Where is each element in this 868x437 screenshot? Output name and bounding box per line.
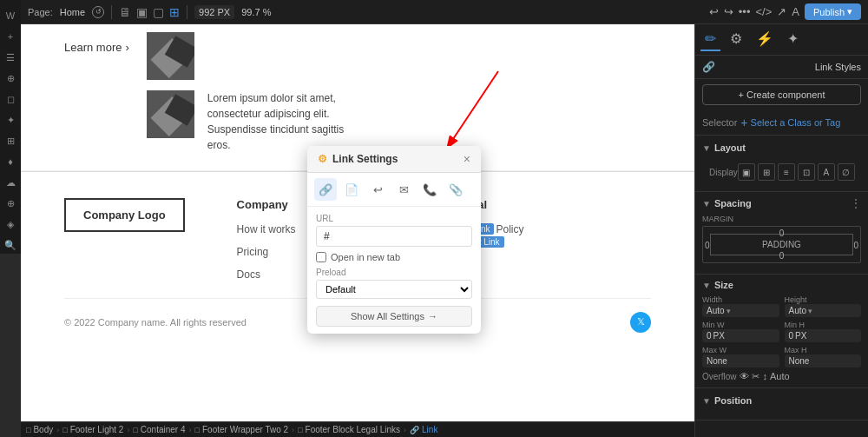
spacing-header: ▼ Spacing ⋮ xyxy=(702,197,861,209)
text-icon[interactable]: A xyxy=(792,5,799,18)
modal-tab-page[interactable]: 📄 xyxy=(340,178,363,201)
undo-icon[interactable]: ↩ xyxy=(709,5,719,18)
modal-tabs: 🔗 📄 ↩ ✉ 📞 📎 xyxy=(307,173,481,207)
link-settings-dialog: ⚙ Link Settings × 🔗 📄 ↩ ✉ 📞 📎 URL xyxy=(307,146,481,254)
spacing-title-row: ▼ Spacing xyxy=(702,198,752,209)
desktop-icon[interactable]: 🖥 xyxy=(119,5,131,19)
padding-inner-label: PADDING xyxy=(762,240,801,249)
sidebar-icon-7[interactable]: ♦ xyxy=(2,153,19,170)
toolbar-view-icons: 🖥 ▣ ▢ ⊞ xyxy=(119,5,180,19)
new-tab-label: Open in new tab xyxy=(331,252,400,254)
page-home[interactable]: Home xyxy=(60,7,85,17)
link-panel-icon: 🔗 xyxy=(702,61,715,73)
learn-more-link[interactable]: Learn more › xyxy=(64,41,129,54)
modal-title-text: Link Settings xyxy=(332,153,398,165)
panel-tab-styles[interactable]: ✏ xyxy=(700,28,720,51)
selector-label: Selector xyxy=(702,117,737,128)
sidebar-icon-9[interactable]: ⊕ xyxy=(2,195,19,212)
link-settings-modal: ⚙ Link Settings × 🔗 📄 ↩ ✉ 📞 📎 URL xyxy=(307,146,481,254)
settings-gear-icon: ⚙ xyxy=(318,153,327,165)
more-icon[interactable]: ••• xyxy=(739,5,751,18)
company-logo: Company Logo xyxy=(64,198,185,232)
selector-row: Selector + Select a Class or Tag xyxy=(695,110,868,136)
sidebar-icon-8[interactable]: ☁ xyxy=(2,174,19,191)
right-panel-tabs: ✏ ⚙ ⚡ ✦ xyxy=(695,24,868,56)
code-icon[interactable]: </> xyxy=(755,5,772,18)
footer-link-pricing[interactable]: Pricing xyxy=(237,246,296,255)
spacing-section: ▼ Spacing ⋮ MARGIN 0 0 0 0 PADDING xyxy=(695,192,868,254)
left-sidebar: W + ☰ ⊕ ◻ ✦ ⊞ ♦ ☁ ⊕ ◈ 🔍 xyxy=(0,0,21,254)
tablet-icon[interactable]: ▣ xyxy=(136,5,148,19)
right-panel: ✏ ⚙ ⚡ ✦ 🔗 Link Styles + Create component… xyxy=(694,24,868,254)
sidebar-icon-6[interactable]: ⊞ xyxy=(2,132,19,149)
panel-tab-settings[interactable]: ⚙ xyxy=(726,28,746,51)
layout-section-header[interactable]: ▼ Layout xyxy=(702,142,861,153)
toolbar-divider-2 xyxy=(187,5,187,19)
margin-top-val: 0 xyxy=(779,228,785,238)
display-grid-icon[interactable]: ⊞ xyxy=(758,163,775,181)
layout-chevron-icon: ▼ xyxy=(702,143,711,153)
display-label: Display xyxy=(709,168,738,177)
modal-tab-phone[interactable]: 📞 xyxy=(418,178,441,201)
sidebar-icon-10[interactable]: ◈ xyxy=(2,215,19,233)
new-tab-checkbox[interactable] xyxy=(316,252,326,254)
image-thumb-2 xyxy=(147,90,194,138)
url-input[interactable] xyxy=(316,226,472,247)
image-thumb-1 xyxy=(147,32,194,80)
sidebar-icon-5[interactable]: ✦ xyxy=(2,111,19,129)
refresh-button[interactable]: ↺ xyxy=(92,6,104,18)
spacing-title: Spacing xyxy=(714,198,752,209)
top-toolbar: Page: Home ↺ 🖥 ▣ ▢ ⊞ 992 PX 99.7 % ↩ ↪ •… xyxy=(21,0,868,24)
sidebar-icon-w[interactable]: W xyxy=(2,7,19,24)
toolbar-divider-1 xyxy=(111,5,112,19)
footer-link-how[interactable]: How it works xyxy=(237,223,296,235)
create-component-button[interactable]: + Create component xyxy=(702,84,861,105)
sidebar-icon-3[interactable]: ⊕ xyxy=(2,70,19,87)
share-icon[interactable]: ↗ xyxy=(777,5,786,18)
spacing-more-icon[interactable]: ⋮ xyxy=(851,197,861,209)
preview-icon[interactable]: ⊞ xyxy=(169,5,180,19)
url-field: URL xyxy=(316,214,472,247)
selector-plus-icon: + xyxy=(740,116,747,129)
display-none-icon[interactable]: ∅ xyxy=(838,163,855,181)
modal-close-button[interactable]: × xyxy=(464,153,470,165)
sidebar-icon-4[interactable]: ◻ xyxy=(2,90,19,108)
mobile-icon[interactable]: ▢ xyxy=(153,5,164,19)
page-label: Page: xyxy=(28,7,53,17)
layout-label: Layout xyxy=(714,142,746,153)
publish-button[interactable]: Publish ▾ xyxy=(805,3,861,20)
footer-col-company: Company How it works Pricing Docs xyxy=(237,198,296,255)
display-text-icon[interactable]: A xyxy=(818,163,835,181)
zoom-display: 99.7 % xyxy=(241,7,271,17)
modal-body: URL Open in new tab Preload Default Show… xyxy=(307,207,481,254)
redo-icon[interactable]: ↪ xyxy=(724,5,733,18)
spacing-chevron-icon: ▼ xyxy=(702,199,711,209)
modal-tab-link[interactable]: 🔗 xyxy=(314,178,337,201)
link-styles-header: 🔗 Link Styles xyxy=(695,56,868,79)
margin-right-val: 0 xyxy=(853,240,858,249)
learn-more-text: Learn more xyxy=(64,41,122,54)
modal-tab-back[interactable]: ↩ xyxy=(366,178,389,201)
display-block-icon[interactable]: ▣ xyxy=(738,163,755,181)
modal-tab-attach[interactable]: 📎 xyxy=(444,178,467,201)
footer-col-company-heading: Company xyxy=(237,198,296,211)
display-inline-icon[interactable]: ⊡ xyxy=(798,163,815,181)
display-flex-icon[interactable]: ≡ xyxy=(778,163,795,181)
margin-bottom-val: 0 xyxy=(779,251,785,254)
panel-tab-custom[interactable]: ✦ xyxy=(783,28,803,51)
modal-tab-email[interactable]: ✉ xyxy=(392,178,415,201)
image-item-2: Lorem ipsum dolor sit amet, consectetur … xyxy=(147,90,364,153)
width-display: 992 PX xyxy=(194,5,234,19)
sidebar-icon-1[interactable]: + xyxy=(2,28,19,45)
selector-add-label: Select a Class or Tag xyxy=(751,117,841,128)
panel-tab-interactions[interactable]: ⚡ xyxy=(752,28,778,51)
sidebar-icon-2[interactable]: ☰ xyxy=(2,49,19,66)
selector-add-button[interactable]: + Select a Class or Tag xyxy=(740,116,840,129)
modal-header: ⚙ Link Settings × xyxy=(307,146,481,173)
main-area: Learn more › Lorem ipsum dolor sit amet,… xyxy=(21,24,694,254)
layout-title: ▼ Layout xyxy=(702,142,746,153)
layout-section: ▼ Layout Display ▣ ⊞ ≡ ⊡ A ∅ xyxy=(695,136,868,192)
margin-box: 0 0 0 0 PADDING xyxy=(702,226,861,254)
sidebar-icon-11[interactable]: 🔍 xyxy=(2,236,19,254)
display-row: Display ▣ ⊞ ≡ ⊡ A ∅ xyxy=(702,160,861,184)
